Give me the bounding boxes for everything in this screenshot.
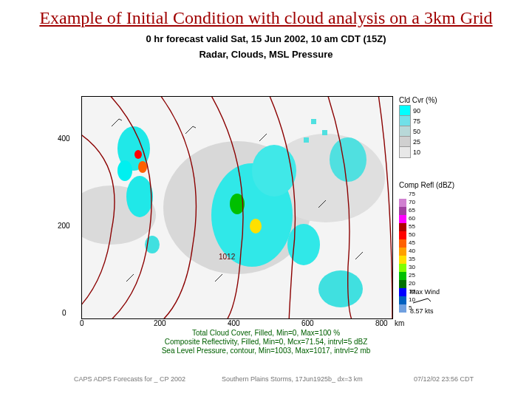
x-tick: 400 — [228, 319, 240, 327]
legend-wind-title: Max Wind — [410, 288, 440, 296]
footer-mid: Southern Plains Storms, 17Jun1925b_ dx=3… — [222, 375, 363, 383]
legend-row: 50 — [399, 126, 458, 137]
chart-title-1: 0 hr forecast valid Sat, 15 Jun 2002, 10… — [0, 33, 532, 44]
legend-value: 70 — [409, 199, 415, 207]
legend-row: 75 — [399, 116, 458, 126]
caption-line: Total Cloud Cover, Filled, Min=0, Max=10… — [81, 329, 451, 338]
legend-row: 10 — [399, 147, 458, 157]
svg-rect-18 — [322, 130, 327, 135]
legend-swatch — [399, 215, 406, 223]
legend-value: 90 — [413, 107, 420, 115]
legend-wind-value: 8.57 kts — [410, 307, 440, 315]
x-tick: 0 — [80, 319, 84, 327]
svg-point-6 — [117, 160, 132, 181]
legend-swatch — [399, 199, 406, 207]
svg-point-5 — [126, 176, 153, 217]
legend-swatch — [399, 231, 406, 239]
svg-point-11 — [252, 145, 296, 197]
legend-value: 50 — [413, 128, 420, 135]
legend-swatch — [399, 207, 406, 215]
svg-point-8 — [134, 150, 142, 159]
legend-swatch — [399, 288, 406, 296]
map-plot: 1012 — [81, 96, 393, 319]
legend-row: 25 — [399, 137, 458, 147]
legend-swatch — [399, 146, 411, 158]
legend-value: 25 — [409, 272, 415, 280]
legend-wind: Max Wind 8.57 kts — [410, 288, 440, 315]
caption-line: Composite Reflectivity, Filled, Min=0, M… — [81, 338, 451, 347]
legend-value: 20 — [409, 280, 415, 288]
legend-swatch — [399, 256, 406, 264]
legend-swatch — [399, 272, 406, 280]
y-tick: 0 — [62, 309, 66, 317]
y-tick: 200 — [58, 222, 70, 230]
legend-value: 75 — [413, 117, 420, 125]
x-tick: 800 — [375, 319, 388, 327]
plot-layers: 1012 — [82, 97, 392, 318]
legend-swatch — [399, 280, 406, 288]
legend-refl-title: Comp Refl (dBZ) — [399, 181, 458, 189]
svg-line-29 — [413, 299, 428, 303]
legend-swatch — [399, 296, 406, 304]
legend-value: 35 — [409, 256, 415, 264]
x-tick: 600 — [301, 319, 314, 327]
legend-value: 10 — [413, 149, 420, 156]
isobar-label: 1012 — [219, 253, 236, 261]
legend-value: 55 — [409, 223, 415, 231]
page-title: Example of Initial Condition with cloud … — [30, 7, 502, 29]
x-unit: km — [395, 319, 404, 327]
legend-swatch — [399, 223, 406, 231]
legend-cloud: Cld Cvr (%) 9075502510 — [399, 96, 458, 157]
legend-value: 30 — [409, 264, 415, 272]
svg-point-16 — [250, 219, 262, 233]
legend-swatch — [399, 264, 406, 272]
footer-left: CAPS ADPS Forecasts for _ CP 2002 — [74, 375, 185, 383]
svg-rect-19 — [304, 137, 309, 143]
y-tick: 400 — [58, 134, 70, 143]
legend-value: 60 — [409, 215, 415, 223]
legend-value: 40 — [409, 248, 415, 256]
legend-value: 25 — [413, 138, 420, 146]
legend-swatch — [399, 304, 406, 313]
legend-value: 75 — [409, 191, 415, 199]
svg-point-7 — [138, 161, 147, 173]
chart-title-2: Radar, Clouds, MSL Pressure — [0, 49, 532, 60]
legend-cloud-title: Cld Cvr (%) — [399, 96, 458, 104]
svg-point-13 — [318, 270, 363, 307]
svg-rect-17 — [311, 119, 316, 124]
footer-timestamp: 07/12/02 23:56 CDT — [414, 375, 474, 383]
legend-value: 45 — [409, 239, 415, 248]
legend-swatch — [399, 248, 406, 256]
legend-value: 65 — [409, 207, 415, 215]
svg-line-30 — [428, 299, 431, 301]
x-tick: 200 — [154, 319, 166, 327]
legend-value: 50 — [409, 231, 415, 239]
legend-swatch — [399, 239, 406, 248]
svg-point-14 — [330, 137, 366, 182]
legend-swatch — [399, 191, 406, 199]
caption-line: Sea Level Pressure, contour, Min=1003, M… — [81, 347, 451, 355]
plot-caption: Total Cloud Cover, Filled, Min=0, Max=10… — [81, 329, 451, 355]
legend-row: 90 — [399, 106, 458, 116]
